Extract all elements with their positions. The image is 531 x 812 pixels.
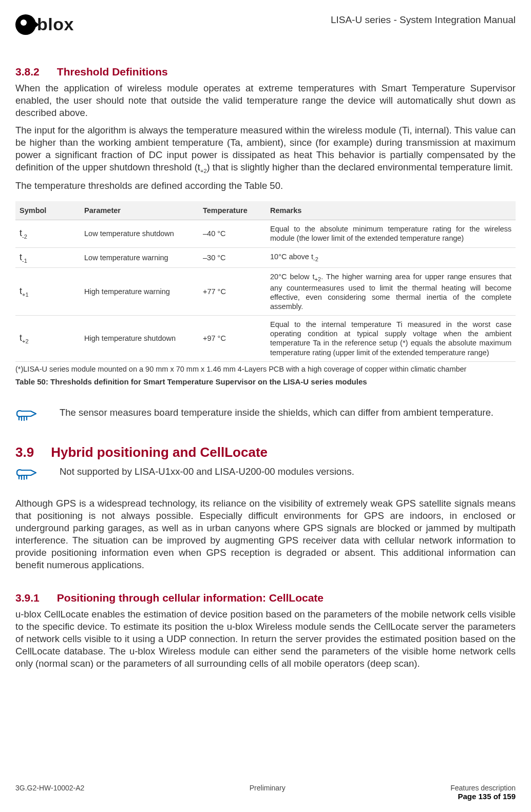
cell-temperature: –30 °C (199, 247, 266, 268)
heading-text: Positioning through cellular information… (57, 592, 324, 604)
col-symbol: Symbol (15, 201, 80, 220)
table-header-row: Symbol Parameter Temperature Remarks (15, 201, 516, 220)
table-caption: Table 50: Thresholds definition for Smar… (15, 377, 516, 386)
note-text: Not supported by LISA-U1xx-00 and LISA-U… (44, 466, 516, 478)
footer-status: Preliminary (250, 784, 286, 801)
logo-mark-icon (15, 14, 36, 35)
paragraph: The temperature thresholds are defined a… (15, 180, 516, 192)
cell-symbol: t-1 (15, 247, 80, 268)
cell-remarks: 10°C above t-2 (266, 247, 516, 268)
table-row: t-2 Low temperature shutdown –40 °C Equa… (15, 220, 516, 247)
cell-parameter: Low temperature shutdown (80, 220, 199, 247)
table-footnote: (*)LISA-U series module mounted on a 90 … (15, 362, 516, 374)
footer-section: Features description (450, 784, 516, 792)
note-block: The sensor measures board temperature in… (15, 407, 516, 424)
paragraph: u-blox CellLocate enables the estimation… (15, 608, 516, 670)
heading-number: 3.8.2 (15, 66, 54, 78)
cell-temperature: +97 °C (199, 316, 266, 362)
paragraph: Although GPS is a widespread technology,… (15, 497, 516, 571)
footer-right: Features description Page 135 of 159 (450, 784, 516, 801)
heading-3-9: 3.9 Hybrid positioning and CellLocate (15, 444, 516, 460)
cell-remarks: Equal to the internal temperature Ti mea… (266, 316, 516, 362)
heading-number: 3.9.1 (15, 592, 54, 604)
logo-text: blox (37, 14, 74, 34)
cell-symbol: t+2 (15, 316, 80, 362)
col-temperature: Temperature (199, 201, 266, 220)
pointing-hand-icon (15, 466, 44, 483)
note-text: The sensor measures board temperature in… (44, 407, 516, 419)
cell-temperature: +77 °C (199, 268, 266, 316)
footer-page-number: Page 135 of 159 (450, 792, 516, 801)
heading-text: Hybrid positioning and CellLocate (51, 444, 268, 460)
cell-symbol: t+1 (15, 268, 80, 316)
heading-3-9-1: 3.9.1 Positioning through cellular infor… (15, 592, 516, 604)
cell-symbol: t-2 (15, 220, 80, 247)
cell-temperature: –40 °C (199, 220, 266, 247)
footer-doc-id: 3G.G2-HW-10002-A2 (15, 784, 84, 801)
text: ) that is slightly higher than the decla… (207, 162, 513, 172)
cell-remarks: Equal to the absolute minimum temperatur… (266, 220, 516, 247)
table-row: t-1 Low temperature warning –30 °C 10°C … (15, 247, 516, 268)
cell-parameter: Low temperature warning (80, 247, 199, 268)
table-row: t+1 High temperature warning +77 °C 20°C… (15, 268, 516, 316)
table-row: t+2 High temperature shutdown +97 °C Equ… (15, 316, 516, 362)
cell-parameter: High temperature warning (80, 268, 199, 316)
subscript: +2 (200, 168, 207, 174)
col-remarks: Remarks (266, 201, 516, 220)
cell-parameter: High temperature shutdown (80, 316, 199, 362)
heading-text: Threshold Definitions (57, 66, 168, 78)
paragraph: The input for the algorithm is always th… (15, 124, 516, 175)
document-title: LISA-U series - System Integration Manua… (331, 14, 516, 26)
col-parameter: Parameter (80, 201, 199, 220)
thresholds-table: Symbol Parameter Temperature Remarks t-2… (15, 201, 516, 361)
heading-3-8-2: 3.8.2 Threshold Definitions (15, 66, 516, 78)
cell-remarks: 20°C below t+2. The higher warning area … (266, 268, 516, 316)
page-footer: 3G.G2-HW-10002-A2 Preliminary Features d… (15, 784, 516, 801)
note-block: Not supported by LISA-U1xx-00 and LISA-U… (15, 466, 516, 483)
pointing-hand-icon (15, 407, 44, 424)
paragraph: When the application of wireless module … (15, 82, 516, 119)
page-header: blox LISA-U series - System Integration … (15, 14, 516, 35)
heading-number: 3.9 (15, 444, 47, 460)
logo: blox (15, 14, 74, 35)
